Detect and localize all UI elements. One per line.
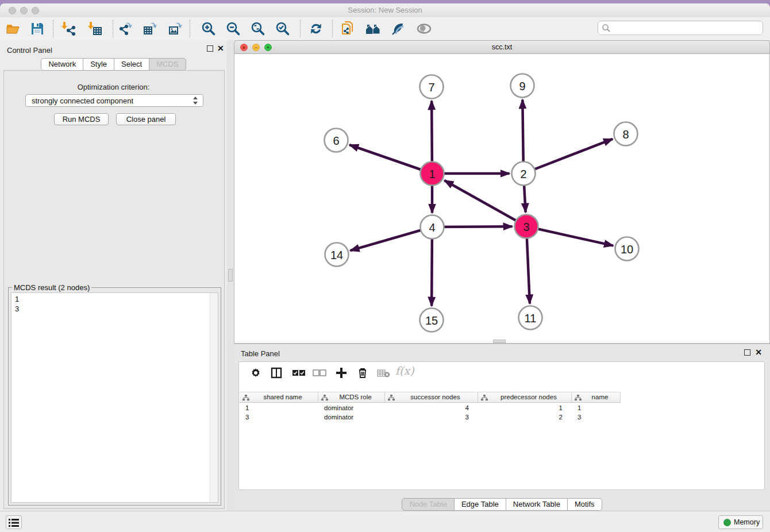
- memory-button-label: Memory: [734, 518, 760, 526]
- function-builder-icon[interactable]: f(x): [395, 364, 414, 377]
- graph-edge-3-10[interactable]: [526, 226, 613, 246]
- search-input[interactable]: [613, 22, 759, 34]
- table-cell[interactable]: 1: [240, 403, 318, 413]
- application-window: Session: New Session: [0, 3, 770, 532]
- export-image-icon[interactable]: [168, 21, 183, 36]
- settings-icon[interactable]: [249, 367, 262, 379]
- mcds-result-line: 1: [11, 294, 218, 304]
- graph-node-label-1: 1: [429, 168, 435, 180]
- toolbar-separator: [190, 20, 190, 37]
- network-canvas[interactable]: 7968124314101511: [234, 54, 770, 344]
- desktop-background: Session: New Session: [0, 0, 770, 532]
- export-table-icon[interactable]: [143, 21, 157, 36]
- graph-edge-1-6[interactable]: [349, 145, 432, 174]
- task-history-button[interactable]: [6, 515, 22, 529]
- dropdown-chevrons-icon: [193, 96, 198, 105]
- graph-node-label-15: 15: [425, 314, 438, 327]
- memory-button[interactable]: Memory: [718, 515, 763, 529]
- table-cell[interactable]: dominator: [318, 413, 385, 422]
- graph-node-label-7: 7: [428, 81, 434, 94]
- column-header-shared-name[interactable]: shared name: [240, 392, 318, 403]
- tab-style[interactable]: Style: [83, 58, 114, 71]
- graph-node-label-10: 10: [621, 243, 633, 256]
- table-cell[interactable]: dominator: [318, 403, 385, 413]
- select-all-icon[interactable]: [292, 369, 307, 377]
- vizmapper-icon[interactable]: [391, 21, 406, 36]
- dropdown-selected-value: strongly connected component: [32, 97, 133, 105]
- table-cell[interactable]: 1: [572, 403, 621, 413]
- column-header-name[interactable]: name: [572, 392, 621, 403]
- graph-edge-4-14[interactable]: [351, 227, 432, 250]
- apply-layout-icon[interactable]: [309, 21, 324, 36]
- memory-status-icon: [723, 519, 731, 526]
- graph-node-label-4: 4: [429, 221, 435, 234]
- tab-edge-table[interactable]: Edge Table: [455, 498, 506, 511]
- result-scrollbar[interactable]: [210, 293, 218, 502]
- graph-edge-2-8[interactable]: [523, 139, 613, 174]
- mcds-result-title: MCDS result (2 nodes): [12, 283, 91, 292]
- tab-select[interactable]: Select: [114, 58, 149, 71]
- graph-node-label-8: 8: [622, 128, 629, 141]
- show-hide-icon[interactable]: [416, 21, 431, 36]
- table-cell[interactable]: 3: [572, 413, 621, 422]
- table-panel-title: Table Panel: [241, 348, 280, 358]
- network-window-titlebar: × − + scc.txt: [234, 40, 770, 54]
- table-panel-float-button[interactable]: [744, 349, 750, 356]
- import-network-icon[interactable]: [61, 21, 76, 36]
- splitter-handle[interactable]: [228, 269, 233, 282]
- run-mcds-button[interactable]: Run MCDS: [54, 113, 109, 125]
- tab-node-table[interactable]: Node Table: [402, 498, 455, 511]
- mcds-result-textarea[interactable]: 13: [11, 292, 218, 503]
- network-window-title: scc.txt: [234, 43, 769, 51]
- table-cell[interactable]: 2: [478, 413, 572, 422]
- import-table-icon[interactable]: [87, 21, 102, 36]
- zoom-selected-icon[interactable]: [275, 21, 290, 36]
- toolbar-separator: [53, 20, 53, 37]
- zoom-fit-icon[interactable]: [251, 21, 265, 36]
- tab-network-table[interactable]: Network Table: [506, 498, 568, 511]
- mcds-result-group: MCDS result (2 nodes) 13: [8, 287, 221, 506]
- horizontal-splitter-handle[interactable]: [493, 340, 506, 343]
- graph-node-label-6: 6: [333, 134, 339, 147]
- window-title: Session: New Session: [0, 6, 770, 14]
- node-table-card: f(x) shared nameMCDS rolesuccessor nodes…: [238, 361, 765, 490]
- table-cell[interactable]: 4: [385, 403, 478, 413]
- table-header-row: shared nameMCDS rolesuccessor nodesprede…: [240, 392, 621, 403]
- table-cell[interactable]: 1: [478, 403, 572, 413]
- deselect-all-icon[interactable]: [313, 369, 328, 377]
- table-row[interactable]: 3dominator323: [240, 413, 621, 422]
- tab-mcds[interactable]: MCDS: [149, 58, 186, 71]
- column-header-successor-nodes[interactable]: successor nodes: [385, 392, 478, 403]
- add-column-icon[interactable]: [334, 366, 348, 380]
- network-graph[interactable]: 7968124314101511: [234, 54, 769, 342]
- delete-table-icon[interactable]: [377, 369, 391, 378]
- table-cell[interactable]: 3: [385, 413, 478, 422]
- first-neighbors-icon[interactable]: [365, 21, 380, 36]
- panel-splitter[interactable]: [227, 40, 234, 511]
- clone-network-icon[interactable]: [340, 21, 355, 36]
- tab-network[interactable]: Network: [41, 58, 83, 71]
- zoom-out-icon[interactable]: [226, 21, 241, 36]
- table-panel-close-button[interactable]: ✕: [755, 349, 762, 356]
- table-cell[interactable]: 3: [240, 413, 318, 422]
- optimization-criterion-label: Optimization criterion:: [0, 83, 227, 91]
- control-panel-float-button[interactable]: [207, 45, 213, 52]
- toolbar-separator: [332, 20, 333, 37]
- graph-edge-3-1[interactable]: [444, 180, 526, 226]
- table-panel: Table Panel ✕: [234, 344, 770, 515]
- optimization-criterion-dropdown[interactable]: strongly connected component: [25, 94, 203, 107]
- panel-columns-icon[interactable]: [270, 367, 283, 379]
- open-file-icon[interactable]: [6, 21, 21, 36]
- zoom-in-icon[interactable]: [201, 21, 216, 36]
- toolbar-separator: [113, 20, 113, 37]
- export-network-icon[interactable]: [118, 21, 133, 36]
- search-box: [598, 21, 763, 35]
- close-panel-button[interactable]: Close panel: [116, 113, 176, 125]
- control-panel-close-button[interactable]: ✕: [217, 45, 224, 52]
- column-header-predecessor-nodes[interactable]: predecessor nodes: [478, 392, 572, 403]
- save-session-icon[interactable]: [30, 21, 45, 36]
- column-header-MCDS-role[interactable]: MCDS role: [318, 392, 385, 403]
- tab-motifs[interactable]: Motifs: [568, 498, 602, 511]
- delete-column-icon[interactable]: [356, 367, 369, 379]
- table-row[interactable]: 1dominator411: [240, 403, 621, 413]
